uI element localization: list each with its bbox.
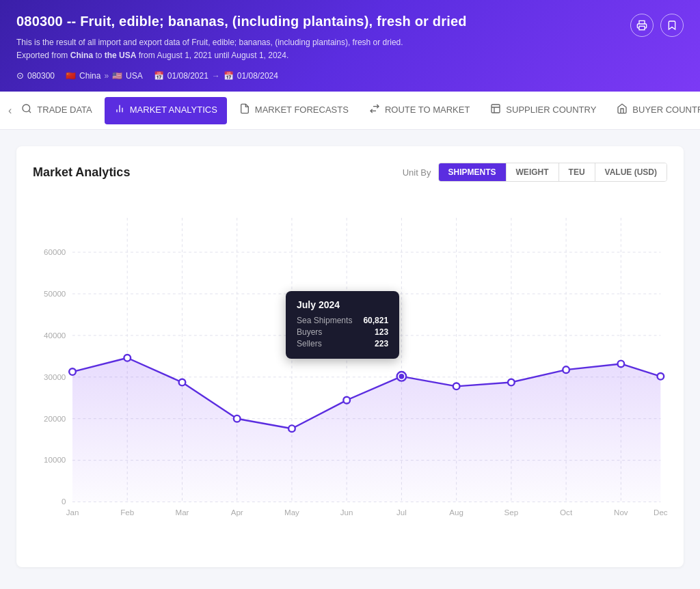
svg-text:Jan: Jan — [66, 508, 79, 517]
nav-label-market-analytics: MARKET ANALYTICS — [130, 105, 217, 115]
unit-by-selector: Unit By SHIPMENTS WEIGHT TEU VALUE (USD) — [403, 163, 667, 182]
nav-item-route-to-market[interactable]: ROUTE TO MARKET — [360, 92, 479, 130]
svg-rect-8 — [492, 105, 500, 113]
nav-label-supplier-country: SUPPLIER COUNTRY — [506, 105, 596, 115]
page-title: 080300 -- Fruit, edible; bananas, (inclu… — [16, 14, 684, 29]
svg-text:50000: 50000 — [44, 289, 66, 298]
svg-text:0: 0 — [62, 497, 66, 506]
svg-point-44 — [618, 361, 625, 368]
svg-point-1 — [23, 105, 30, 112]
svg-text:Mar: Mar — [175, 508, 189, 517]
svg-text:May: May — [284, 508, 299, 517]
header-actions — [630, 14, 684, 37]
header-tags: ⊙ 080300 🇨🇳 China » 🇺🇸 USA 📅 01/08/2021 … — [16, 70, 684, 81]
svg-text:Jun: Jun — [340, 508, 353, 517]
nav-item-market-forecasts[interactable]: MARKET FORECASTS — [230, 92, 358, 130]
market-analytics-chart: 0 10000 20000 30000 40000 50000 60000 — [33, 195, 667, 551]
svg-point-37 — [288, 426, 295, 433]
chart-title: Market Analytics — [33, 165, 130, 180]
route-to-market-icon — [369, 103, 380, 116]
svg-text:Dec: Dec — [654, 508, 668, 517]
svg-line-2 — [29, 111, 31, 113]
svg-text:60000: 60000 — [44, 247, 66, 256]
supplier-country-icon — [490, 103, 501, 116]
svg-text:Oct: Oct — [560, 508, 573, 517]
svg-point-36 — [234, 415, 241, 422]
svg-text:40000: 40000 — [44, 331, 66, 340]
svg-point-45 — [658, 373, 664, 380]
svg-point-43 — [563, 367, 569, 374]
header-description: This is the result of all import and exp… — [16, 36, 684, 62]
market-analytics-icon — [114, 103, 125, 116]
unit-option-teu[interactable]: TEU — [559, 163, 595, 181]
svg-text:Feb: Feb — [120, 508, 134, 517]
nav-items: TRADE DATA MARKET ANALYTICS MARKET FOREC… — [12, 92, 700, 130]
svg-text:Sep: Sep — [504, 508, 519, 517]
unit-options: SHIPMENTS WEIGHT TEU VALUE (USD) — [438, 163, 667, 182]
svg-text:30000: 30000 — [44, 372, 66, 381]
svg-point-33 — [69, 369, 76, 376]
svg-text:Jul: Jul — [396, 508, 407, 517]
svg-point-34 — [124, 355, 131, 361]
svg-point-42 — [508, 379, 515, 386]
unit-option-shipments[interactable]: SHIPMENTS — [439, 163, 507, 181]
navigation-bar: ‹ TRADE DATA MARKET ANALYTICS MARKET FOR… — [0, 92, 700, 130]
market-forecasts-icon — [239, 103, 250, 116]
tag-route: 🇨🇳 China » 🇺🇸 USA — [66, 71, 143, 81]
trade-data-icon — [21, 103, 32, 116]
svg-text:10000: 10000 — [44, 456, 66, 465]
buyer-country-icon — [617, 103, 628, 116]
chart-header: Market Analytics Unit By SHIPMENTS WEIGH… — [33, 163, 667, 182]
svg-point-38 — [343, 397, 350, 404]
nav-label-trade-data: TRADE DATA — [37, 105, 92, 115]
svg-point-41 — [453, 383, 460, 390]
header-banner: 080300 -- Fruit, edible; bananas, (inclu… — [0, 0, 700, 92]
nav-label-buyer-country: BUYER COUNTRY — [632, 105, 700, 115]
tag-code: ⊙ 080300 — [16, 70, 55, 81]
svg-point-40 — [399, 374, 405, 379]
nav-item-buyer-country[interactable]: BUYER COUNTRY — [607, 92, 700, 130]
bookmark-button[interactable] — [660, 14, 684, 37]
print-button[interactable] — [630, 14, 654, 37]
unit-option-weight[interactable]: WEIGHT — [507, 163, 559, 181]
chart-wrapper: 0 10000 20000 30000 40000 50000 60000 — [33, 195, 667, 551]
main-content: Market Analytics Unit By SHIPMENTS WEIGH… — [0, 130, 700, 584]
svg-text:20000: 20000 — [44, 414, 66, 423]
nav-label-route-to-market: ROUTE TO MARKET — [385, 105, 470, 115]
unit-by-label: Unit By — [403, 167, 431, 178]
svg-point-35 — [179, 379, 186, 386]
nav-item-supplier-country[interactable]: SUPPLIER COUNTRY — [481, 92, 606, 130]
svg-text:Nov: Nov — [614, 508, 628, 517]
nav-item-trade-data[interactable]: TRADE DATA — [12, 92, 101, 130]
svg-text:Apr: Apr — [231, 508, 243, 517]
svg-text:Aug: Aug — [449, 508, 463, 517]
chart-section: Market Analytics Unit By SHIPMENTS WEIGH… — [16, 146, 684, 567]
nav-item-market-analytics[interactable]: MARKET ANALYTICS — [105, 97, 227, 124]
tag-dates: 📅 01/08/2021 → 📅 01/08/2024 — [154, 71, 278, 81]
unit-option-value[interactable]: VALUE (USD) — [595, 163, 667, 181]
desc-text: This is the result of all import and exp… — [16, 38, 403, 47]
nav-label-market-forecasts: MARKET FORECASTS — [255, 105, 349, 115]
svg-rect-0 — [639, 26, 645, 29]
